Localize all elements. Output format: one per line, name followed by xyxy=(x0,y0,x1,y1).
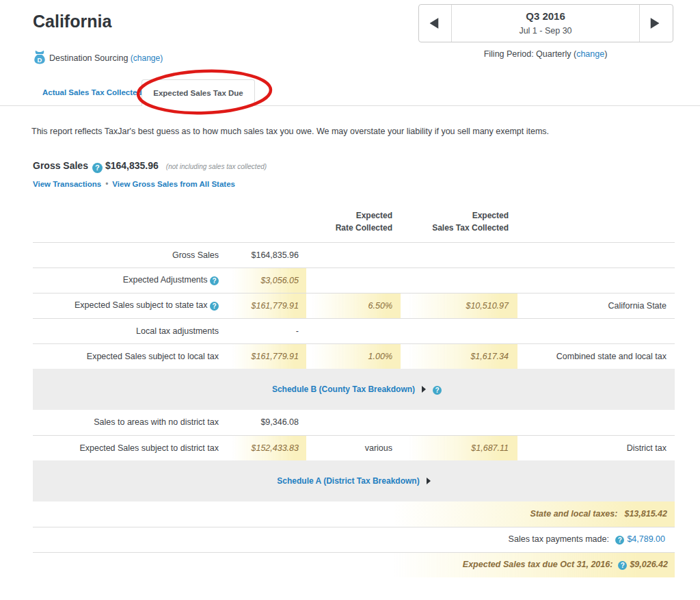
svg-text:D: D xyxy=(38,56,42,64)
